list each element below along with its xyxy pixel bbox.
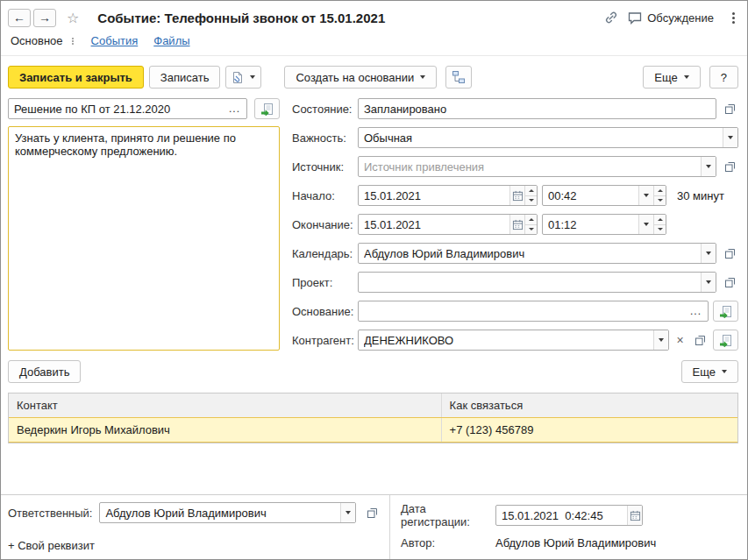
cell-how[interactable]: +7 (123) 456789 xyxy=(442,418,737,442)
registration-date-input[interactable] xyxy=(496,509,627,522)
open-subject-button[interactable] xyxy=(254,98,280,119)
open-basis-button[interactable] xyxy=(713,301,738,322)
contacts-table-header: Контакт Как связаться xyxy=(9,393,737,417)
column-header-contact[interactable]: Контакт xyxy=(9,393,442,417)
page-title: Событие: Телефонный звонок от 15.01.2021 xyxy=(97,11,385,25)
footer-panel: Ответственный: + Свой реквизит Дата реги… xyxy=(1,494,747,559)
help-button[interactable]: ? xyxy=(709,66,738,89)
end-date-input[interactable] xyxy=(359,218,509,231)
counterparty-dropdown-button[interactable] xyxy=(653,330,668,350)
start-date-spinner[interactable] xyxy=(524,186,537,205)
open-form-green-arrow-icon xyxy=(260,103,274,116)
responsible-input[interactable] xyxy=(100,507,340,520)
chevron-down-icon xyxy=(706,280,711,284)
hierarchy-button[interactable] xyxy=(445,66,472,89)
more-label: Еще xyxy=(654,71,677,84)
discussion-bubble-icon xyxy=(628,11,642,25)
source-dropdown-button[interactable] xyxy=(701,157,716,176)
create-on-basis-button[interactable]: Создать на основании xyxy=(284,66,437,89)
chevron-down-icon xyxy=(346,511,351,514)
column-header-how[interactable]: Как связаться xyxy=(442,393,737,417)
calendar-open-icon[interactable] xyxy=(721,244,738,263)
favorite-star-icon[interactable]: ☆ xyxy=(67,10,79,26)
counterparty-clear-icon[interactable]: × xyxy=(673,333,687,347)
start-time-spinner[interactable] xyxy=(653,186,666,205)
start-date-calendar-icon[interactable] xyxy=(509,186,524,205)
back-button[interactable]: ← xyxy=(8,9,31,27)
registration-calendar-icon[interactable] xyxy=(627,506,642,525)
open-form-green-arrow-icon xyxy=(719,334,732,347)
start-time-input[interactable] xyxy=(543,189,638,202)
add-contact-button[interactable]: Добавить xyxy=(8,360,81,383)
author-label: Автор: xyxy=(401,536,495,549)
importance-combo xyxy=(358,127,738,148)
chevron-down-icon xyxy=(644,223,649,226)
end-date-spinner[interactable] xyxy=(524,215,537,234)
source-input[interactable] xyxy=(359,160,701,174)
contacts-more-label: Еще xyxy=(693,365,716,379)
attached-files-button[interactable] xyxy=(225,66,261,89)
more-button[interactable]: Еще xyxy=(643,66,700,89)
tab-main[interactable]: Основное xyxy=(11,34,63,47)
duration-label: 30 минут xyxy=(677,189,724,202)
end-date-field xyxy=(358,214,538,235)
open-counterparty-button[interactable] xyxy=(713,330,738,351)
save-button[interactable]: Записать xyxy=(149,66,221,89)
responsible-dropdown-button[interactable] xyxy=(340,503,355,522)
calendar-dropdown-button[interactable] xyxy=(701,244,716,263)
save-close-button[interactable]: Записать и закрыть xyxy=(8,66,144,89)
add-custom-attribute-link[interactable]: + Свой реквизит xyxy=(8,539,381,554)
start-date-input[interactable] xyxy=(359,189,509,202)
link-icon[interactable] xyxy=(602,8,620,27)
state-input[interactable] xyxy=(359,103,716,116)
back-arrow-icon: ← xyxy=(13,11,25,24)
hierarchy-icon xyxy=(452,70,466,84)
responsible-open-icon[interactable] xyxy=(363,503,381,522)
tab-events[interactable]: События xyxy=(91,34,139,47)
subject-input[interactable] xyxy=(9,103,223,116)
description-textarea[interactable]: Узнать у клиента, принято ли решение по … xyxy=(8,126,280,351)
counterparty-label: Контрагент: xyxy=(292,334,353,347)
start-time-dropdown-button[interactable] xyxy=(638,186,653,205)
end-time-dropdown-button[interactable] xyxy=(638,215,653,234)
counterparty-input[interactable] xyxy=(359,334,653,347)
state-label: Состояние: xyxy=(292,103,353,116)
project-input[interactable] xyxy=(359,276,701,289)
forward-arrow-icon: → xyxy=(39,11,51,24)
state-open-icon[interactable] xyxy=(721,99,738,118)
subject-choose-button[interactable]: ... xyxy=(223,103,246,115)
source-open-icon[interactable] xyxy=(721,157,738,176)
importance-dropdown-button[interactable] xyxy=(723,128,737,147)
basis-input[interactable] xyxy=(359,305,684,318)
table-row[interactable]: Ведеркин Игорь Михайлович +7 (123) 45678… xyxy=(9,417,737,443)
attached-file-icon xyxy=(232,71,244,84)
tab-files[interactable]: Файлы xyxy=(153,34,189,47)
responsible-label: Ответственный: xyxy=(8,507,92,520)
window-menu-icon[interactable] xyxy=(729,11,738,25)
importance-input[interactable] xyxy=(359,131,723,145)
discussion-button[interactable]: Обсуждение xyxy=(628,11,714,25)
responsible-combo xyxy=(99,502,356,523)
calendar-input[interactable] xyxy=(359,247,701,260)
create-on-basis-label: Создать на основании xyxy=(296,71,414,84)
project-open-icon[interactable] xyxy=(721,273,738,292)
author-value: Абдулов Юрий Владимирович xyxy=(495,536,656,549)
state-field xyxy=(358,98,716,119)
nav-more-icon[interactable] xyxy=(70,37,75,46)
chevron-down-icon xyxy=(728,136,733,139)
basis-choose-button[interactable]: ... xyxy=(684,305,708,317)
contacts-command-bar: Добавить Еще xyxy=(1,351,747,383)
registration-date-field xyxy=(495,505,643,526)
project-label: Проект: xyxy=(292,276,353,289)
counterparty-open-icon[interactable] xyxy=(691,330,709,350)
contacts-more-button[interactable]: Еще xyxy=(681,360,738,383)
end-date-calendar-icon[interactable] xyxy=(509,215,524,234)
project-dropdown-button[interactable] xyxy=(701,273,716,292)
chevron-down-icon xyxy=(706,165,711,168)
cell-contact[interactable]: Ведеркин Игорь Михайлович xyxy=(9,418,442,442)
importance-label: Важность: xyxy=(292,131,353,145)
end-time-input[interactable] xyxy=(543,218,638,231)
nav-panel: Основное События Файлы xyxy=(1,32,747,56)
forward-button[interactable]: → xyxy=(33,9,56,27)
end-time-spinner[interactable] xyxy=(653,215,666,234)
